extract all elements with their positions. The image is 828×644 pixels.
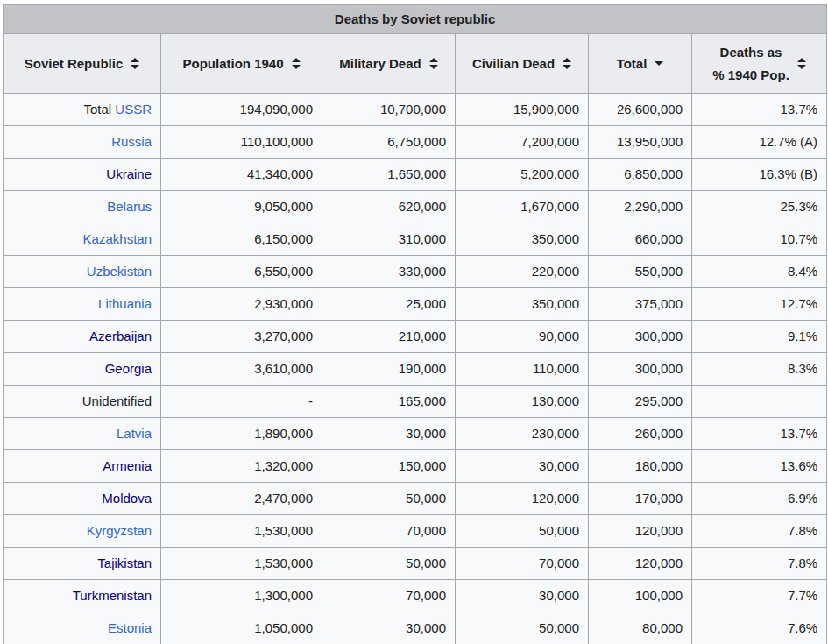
- cell-population: 1,530,000: [161, 548, 322, 580]
- table-row: Azerbaijan3,270,000210,00090,000300,0009…: [4, 321, 827, 353]
- table-row: Armenia1,320,000150,00030,000180,00013.6…: [4, 450, 827, 483]
- column-label-population-1940: Population 1940: [182, 56, 283, 71]
- column-label-deaths-percent: Deaths as% 1940 Pop.: [712, 41, 789, 87]
- cell-republic: Uzbekistan: [4, 256, 161, 288]
- cell-deaths-percent: [692, 386, 827, 418]
- cell-civilian-dead: 50,000: [456, 612, 589, 644]
- table-row: Georgia3,610,000190,000110,000300,0008.3…: [4, 353, 827, 386]
- column-label-military-dead: Military Dead: [339, 56, 421, 71]
- republic-link[interactable]: Tajikistan: [97, 556, 152, 570]
- cell-military-dead: 25,000: [322, 288, 456, 321]
- republic-link[interactable]: Lithuania: [98, 296, 152, 311]
- column-label-line2: % 1940 Pop.: [712, 67, 789, 82]
- cell-total: 550,000: [589, 256, 692, 288]
- table-body: Total USSR194,090,00010,700,00015,900,00…: [4, 94, 827, 644]
- cell-deaths-percent: 7.7%: [692, 580, 827, 612]
- republic-link[interactable]: Georgia: [105, 361, 152, 376]
- table-row: Ukraine41,340,0001,650,0005,200,0006,850…: [4, 159, 827, 191]
- republic-link[interactable]: Estonia: [108, 620, 152, 635]
- cell-military-dead: 30,000: [322, 612, 456, 644]
- republic-link[interactable]: Latvia: [117, 426, 152, 441]
- column-label-soviet-republic: Soviet Republic: [25, 56, 124, 71]
- cell-deaths-percent: 8.3%: [692, 353, 827, 386]
- cell-total: 300,000: [589, 321, 692, 353]
- cell-total: 300,000: [589, 353, 692, 386]
- cell-deaths-percent: 13.6%: [692, 450, 827, 483]
- cell-republic: Estonia: [4, 612, 161, 644]
- cell-republic: Armenia: [4, 450, 161, 483]
- cell-total: 2,290,000: [589, 191, 692, 223]
- cell-republic: Tajikistan: [4, 548, 161, 580]
- table-row: Estonia1,050,00030,00050,00080,0007.6%: [4, 612, 827, 644]
- cell-population: 41,340,000: [161, 159, 322, 191]
- cell-civilian-dead: 1,670,000: [456, 191, 589, 223]
- column-header-total[interactable]: Total: [589, 34, 692, 94]
- cell-republic: Moldova: [4, 483, 161, 515]
- table-row: Belarus9,050,000620,0001,670,0002,290,00…: [4, 191, 827, 223]
- cell-population: 1,530,000: [161, 515, 322, 548]
- cell-republic: Ukraine: [4, 159, 161, 191]
- cell-total: 260,000: [589, 418, 692, 450]
- cell-military-dead: 210,000: [322, 321, 456, 353]
- republic-link[interactable]: Azerbaijan: [89, 329, 152, 343]
- page: Deaths by Soviet republic Soviet Republi…: [0, 0, 828, 644]
- cell-deaths-percent: 8.4%: [692, 256, 827, 288]
- cell-civilian-dead: 120,000: [456, 483, 589, 515]
- cell-republic: Kazakhstan: [4, 223, 161, 256]
- cell-military-dead: 70,000: [322, 515, 456, 548]
- cell-population: 3,270,000: [161, 321, 322, 353]
- sort-both-icon: [131, 58, 139, 69]
- republic-link[interactable]: Kazakhstan: [83, 231, 152, 246]
- republic-link[interactable]: Moldova: [102, 491, 152, 506]
- cell-deaths-percent: 13.7%: [692, 94, 827, 126]
- cell-military-dead: 190,000: [322, 353, 456, 386]
- cell-republic: Kyrgyzstan: [4, 515, 161, 548]
- title-row: Deaths by Soviet republic: [4, 5, 827, 34]
- republic-link[interactable]: Turkmenistan: [73, 588, 152, 603]
- republic-link[interactable]: Belarus: [107, 199, 152, 214]
- table-row: Lithuania2,930,00025,000350,000375,00012…: [4, 288, 827, 321]
- republic-link[interactable]: Armenia: [103, 458, 152, 473]
- cell-population: 3,610,000: [161, 353, 322, 386]
- republic-link[interactable]: Russia: [111, 134, 152, 149]
- cell-civilian-dead: 15,900,000: [456, 94, 589, 126]
- republic-link[interactable]: Kyrgyzstan: [87, 523, 152, 538]
- cell-republic: Unidentified: [4, 386, 161, 418]
- cell-total: 170,000: [589, 483, 692, 515]
- republic-link[interactable]: USSR: [115, 102, 152, 117]
- cell-military-dead: 6,750,000: [322, 126, 456, 159]
- table-row: Russia110,100,0006,750,0007,200,00013,95…: [4, 126, 827, 159]
- republic-link[interactable]: Uzbekistan: [87, 264, 152, 279]
- cell-population: 1,300,000: [161, 580, 322, 612]
- cell-civilian-dead: 5,200,000: [456, 159, 589, 191]
- cell-population: 9,050,000: [161, 191, 322, 223]
- cell-deaths-percent: 25.3%: [692, 191, 827, 223]
- cell-military-dead: 620,000: [322, 191, 456, 223]
- cell-deaths-percent: 7.6%: [692, 612, 827, 644]
- sort-both-icon: [797, 58, 806, 69]
- cell-military-dead: 165,000: [322, 386, 456, 418]
- cell-deaths-percent: 12.7% (A): [692, 126, 827, 159]
- cell-military-dead: 70,000: [322, 580, 456, 612]
- cell-republic: Azerbaijan: [4, 321, 161, 353]
- cell-military-dead: 150,000: [322, 450, 456, 483]
- cell-population: 1,050,000: [161, 612, 322, 644]
- cell-population: 1,320,000: [161, 450, 322, 483]
- cell-civilian-dead: 7,200,000: [456, 126, 589, 159]
- table-title: Deaths by Soviet republic: [4, 5, 827, 34]
- column-header-deaths-percent[interactable]: Deaths as% 1940 Pop.: [692, 34, 827, 94]
- column-header-population-1940[interactable]: Population 1940: [161, 34, 322, 94]
- cell-deaths-percent: 9.1%: [692, 321, 827, 353]
- republic-link[interactable]: Ukraine: [106, 166, 152, 181]
- cell-total: 120,000: [589, 548, 692, 580]
- column-header-soviet-republic[interactable]: Soviet Republic: [4, 34, 161, 94]
- cell-population: -: [161, 386, 322, 418]
- cell-civilian-dead: 30,000: [456, 580, 589, 612]
- cell-population: 6,150,000: [161, 223, 322, 256]
- cell-military-dead: 50,000: [322, 548, 456, 580]
- column-header-military-dead[interactable]: Military Dead: [322, 34, 456, 94]
- column-header-civilian-dead[interactable]: Civilian Dead: [456, 34, 589, 94]
- republic-label: Unidentified: [82, 393, 152, 408]
- cell-republic: Latvia: [4, 418, 161, 450]
- cell-military-dead: 50,000: [322, 483, 456, 515]
